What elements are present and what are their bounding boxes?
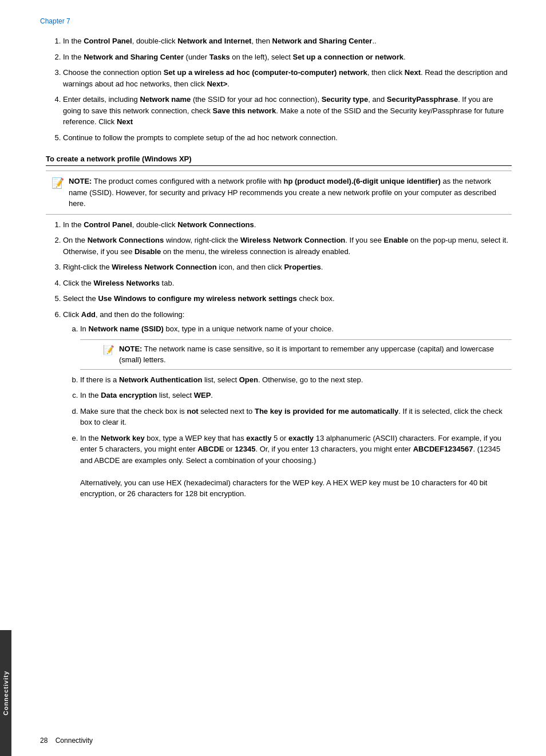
alpha-steps-list: In Network name (SSID) box, type in a un… bbox=[63, 323, 512, 500]
page-footer: 28 Connectivity bbox=[40, 737, 93, 745]
list-item: Enter details, including Network name (t… bbox=[63, 94, 512, 128]
page-container: Chapter 7 In the Control Panel, double-c… bbox=[0, 0, 546, 756]
list-item: On the Network Connections window, right… bbox=[63, 235, 512, 257]
section-heading-xp: To create a network profile (Windows XP) bbox=[46, 155, 512, 166]
chapter-label: Chapter 7 bbox=[40, 17, 70, 25]
main-content: In the Control Panel, double-click Netwo… bbox=[46, 35, 512, 500]
list-item: In the Control Panel, double-click Netwo… bbox=[63, 35, 512, 47]
list-item: In the Control Panel, double-click Netwo… bbox=[63, 219, 512, 231]
note-box-xp: 📝 NOTE: The product comes configured wit… bbox=[46, 171, 512, 215]
list-item: In Network name (SSID) box, type in a un… bbox=[80, 323, 512, 370]
list-item: Click Add, and then do the following: In… bbox=[63, 309, 512, 500]
sidebar-label: Connectivity bbox=[2, 671, 9, 715]
steps-win7-list: In the Control Panel, double-click Netwo… bbox=[46, 35, 512, 143]
list-item: In the Network key box, type a WEP key t… bbox=[80, 433, 512, 500]
inner-note-text: NOTE: The network name is case sensitive… bbox=[119, 343, 506, 366]
inner-note-icon: 📝 bbox=[103, 343, 114, 366]
note-text: NOTE: The product comes configured with … bbox=[69, 176, 506, 209]
list-item: In the Data encryption list, select WEP. bbox=[80, 390, 512, 401]
list-item: If there is a Network Authentication lis… bbox=[80, 374, 512, 386]
note-icon: 📝 bbox=[52, 176, 64, 191]
sidebar-bar: Connectivity bbox=[0, 630, 11, 756]
chapter-header: Chapter 7 bbox=[40, 17, 512, 25]
list-item: Choose the connection option Set up a wi… bbox=[63, 67, 512, 89]
list-item: Select the Use Windows to configure my w… bbox=[63, 293, 512, 304]
page-section-label: Connectivity bbox=[56, 737, 93, 745]
list-item: In the Network and Sharing Center (under… bbox=[63, 52, 512, 63]
inner-note-box: 📝 NOTE: The network name is case sensiti… bbox=[80, 339, 512, 370]
page-number: 28 bbox=[40, 737, 48, 745]
list-item: Right-click the Wireless Network Connect… bbox=[63, 262, 512, 273]
list-item: Click the Wireless Networks tab. bbox=[63, 278, 512, 289]
list-item: Make sure that the check box is not sele… bbox=[80, 406, 512, 428]
list-item: Continue to follow the prompts to comple… bbox=[63, 132, 512, 144]
steps-xp-list: In the Control Panel, double-click Netwo… bbox=[46, 219, 512, 500]
